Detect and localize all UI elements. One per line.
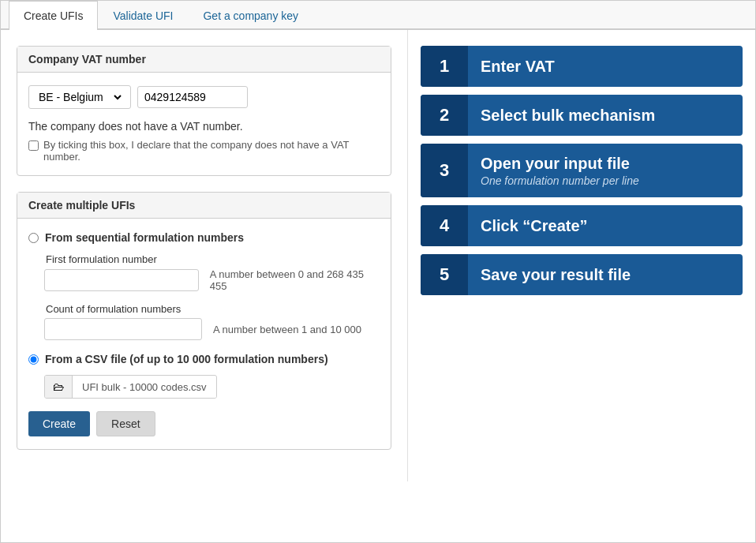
step-main-1: Enter VAT <box>481 57 730 76</box>
count-hint: A number between 1 and 10 000 <box>213 324 361 335</box>
file-row: 🗁 UFI bulk - 10000 codes.csv <box>44 375 217 399</box>
no-vat-checkbox[interactable] <box>28 140 39 151</box>
count-row: A number between 1 and 10 000 <box>44 318 380 340</box>
multiple-ufi-content: From sequential formulation numbers Firs… <box>17 219 391 449</box>
action-buttons: Create Reset <box>28 411 380 436</box>
create-button[interactable]: Create <box>28 411 90 436</box>
country-dropdown[interactable]: BE - Belgium DE - Germany FR - France <box>28 85 131 109</box>
step-text-5: Save your result file <box>468 259 743 290</box>
vat-row: BE - Belgium DE - Germany FR - France <box>28 85 380 109</box>
file-name-display: UFI bulk - 10000 codes.csv <box>73 376 216 398</box>
radio-sequential[interactable]: From sequential formulation numbers <box>28 231 380 244</box>
step-main-3: Open your input file <box>481 154 730 173</box>
first-formulation-row: A number between 0 and 268 435 455 <box>44 268 380 292</box>
steps-panel: 1Enter VAT2Select bulk mechanism3Open yo… <box>408 30 755 481</box>
vat-section-content: BE - Belgium DE - Germany FR - France Th… <box>17 73 391 175</box>
step-text-2: Select bulk mechanism <box>468 99 743 131</box>
step-card-5: 5Save your result file <box>421 254 743 295</box>
step-number-1: 1 <box>421 46 468 87</box>
radio-sequential-label: From sequential formulation numbers <box>45 231 244 244</box>
count-input[interactable] <box>44 318 202 340</box>
tab-create-ufis[interactable]: Create UFIs <box>9 1 98 30</box>
step-number-5: 5 <box>421 254 468 295</box>
country-select-input[interactable]: BE - Belgium DE - Germany FR - France <box>36 90 124 104</box>
vat-number-input[interactable] <box>137 86 248 108</box>
step-main-2: Select bulk mechanism <box>481 106 730 125</box>
no-vat-text: The company does not have a VAT number. <box>28 120 380 133</box>
count-label: Count of formulation numbers <box>46 303 380 315</box>
step-number-3: 3 <box>421 144 468 197</box>
tab-bar: Create UFIs Validate UFI Get a company k… <box>1 1 755 30</box>
radio-csv-input[interactable] <box>28 354 39 365</box>
radio-csv-label: From a CSV file (of up to 10 000 formula… <box>45 353 328 365</box>
step-main-5: Save your result file <box>481 265 730 284</box>
left-panel: Company VAT number BE - Belgium DE - Ger… <box>1 30 408 481</box>
no-vat-checkbox-label[interactable]: By ticking this box, I declare that the … <box>28 139 380 163</box>
step-text-3: Open your input fileOne formulation numb… <box>468 148 743 193</box>
first-formulation-label: First formulation number <box>46 253 380 265</box>
step-sub-3: One formulation number per line <box>481 174 730 187</box>
tab-get-company-key[interactable]: Get a company key <box>188 1 313 30</box>
step-card-2: 2Select bulk mechanism <box>421 95 743 136</box>
file-picker-group: 🗁 UFI bulk - 10000 codes.csv <box>44 375 380 399</box>
step-text-1: Enter VAT <box>468 51 743 82</box>
vat-section: Company VAT number BE - Belgium DE - Ger… <box>17 46 391 176</box>
content-area: Company VAT number BE - Belgium DE - Ger… <box>1 30 755 481</box>
first-formulation-group: First formulation number A number betwee… <box>44 253 380 292</box>
step-card-4: 4Click “Create” <box>421 205 743 246</box>
vat-section-title: Company VAT number <box>17 47 391 73</box>
reset-button[interactable]: Reset <box>96 411 155 436</box>
no-vat-checkbox-text: By ticking this box, I declare that the … <box>43 139 380 163</box>
file-browse-button[interactable]: 🗁 <box>45 376 73 398</box>
folder-icon: 🗁 <box>53 380 64 393</box>
radio-csv[interactable]: From a CSV file (of up to 10 000 formula… <box>28 353 380 365</box>
multiple-ufi-title: Create multiple UFIs <box>17 193 391 219</box>
first-formulation-hint: A number between 0 and 268 435 455 <box>210 268 380 292</box>
step-main-4: Click “Create” <box>481 216 730 235</box>
first-formulation-input[interactable] <box>44 269 199 291</box>
tab-validate-ufi[interactable]: Validate UFI <box>98 1 188 30</box>
multiple-ufi-section: Create multiple UFIs From sequential for… <box>17 192 391 450</box>
count-formulation-group: Count of formulation numbers A number be… <box>44 303 380 340</box>
step-card-1: 1Enter VAT <box>421 46 743 87</box>
step-number-4: 4 <box>421 205 468 246</box>
radio-sequential-input[interactable] <box>28 233 39 243</box>
step-card-3: 3Open your input fileOne formulation num… <box>421 144 743 197</box>
step-text-4: Click “Create” <box>468 210 743 242</box>
step-number-2: 2 <box>421 95 468 136</box>
